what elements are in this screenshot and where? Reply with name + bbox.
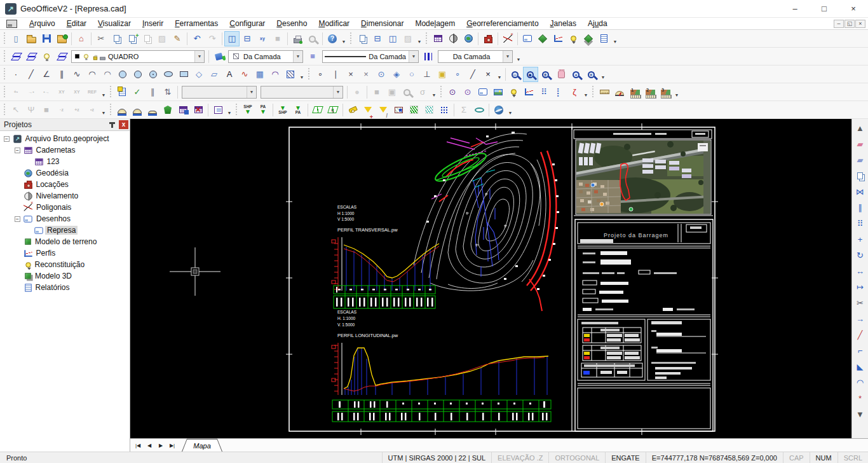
erase-all-button[interactable]: ▰ xyxy=(853,152,867,168)
coordinates-display[interactable]: E=744777,178 N=7687458,569 Z=0,000 xyxy=(646,452,783,463)
toolbar-grip[interactable] xyxy=(349,32,353,45)
table-export-button[interactable] xyxy=(175,102,191,118)
minimize-button[interactable]: – xyxy=(780,0,810,17)
z-points-button[interactable]: +z xyxy=(69,102,85,118)
z-dropdown[interactable]: ▼ xyxy=(100,102,107,118)
section-1-button[interactable]: 1 xyxy=(627,85,642,100)
view-split-horizontal-button[interactable]: ⊟ xyxy=(240,31,255,46)
line-tool[interactable]: ╱ xyxy=(24,67,39,82)
profile-transversal[interactable]: ESCALAS H 1:1000 V 1:5000 PERFIL TRANSVE… xyxy=(332,205,439,308)
window-cascade-button[interactable] xyxy=(355,31,370,46)
dtm-slope-button[interactable] xyxy=(145,102,160,118)
menu-modelagem[interactable]: Modelagem xyxy=(409,18,461,29)
modelo-3d-button[interactable] xyxy=(581,31,596,46)
snap-midpoint-button[interactable]: ∣ xyxy=(328,67,343,82)
protractor-button[interactable] xyxy=(612,85,627,100)
hatch-line-tool[interactable]: ▱ xyxy=(207,67,222,82)
window-tile-vertical-button[interactable]: ◫ xyxy=(385,31,400,46)
tree-item-relatorios[interactable]: Relatórios xyxy=(0,282,130,293)
region-button[interactable]: ■ xyxy=(369,85,384,100)
tree-item-geodesia[interactable]: Geodésia xyxy=(0,167,130,179)
layer-visibility-button[interactable] xyxy=(39,49,54,64)
home-button[interactable]: ⌂ xyxy=(74,31,89,46)
snap-insert-button[interactable]: ▣ xyxy=(435,67,450,82)
filter-add-button[interactable] xyxy=(360,102,376,118)
layer-manager-button[interactable] xyxy=(24,49,39,64)
menu-ajuda[interactable]: Ajuda xyxy=(582,18,613,29)
web-map-button[interactable] xyxy=(491,102,506,118)
tree-expand-toggle[interactable]: − xyxy=(15,148,20,153)
spline-tool[interactable]: ∿ xyxy=(69,67,85,82)
insert-point-button[interactable]: +▪ xyxy=(8,85,24,100)
points-view-dropdown[interactable]: ▼ xyxy=(582,85,590,100)
contour-label-button[interactable] xyxy=(471,102,487,118)
toolbar-grip[interactable] xyxy=(592,86,595,99)
print-button[interactable] xyxy=(290,31,305,46)
num-indicator[interactable]: NUM xyxy=(810,452,837,463)
import-shp-button[interactable]: SHP▼ xyxy=(240,102,255,118)
polyline-tool[interactable]: ∠ xyxy=(39,67,54,82)
scroll-indicator[interactable]: SCRL xyxy=(837,452,868,463)
snap-endpoint-button[interactable]: ∘ xyxy=(313,67,328,82)
points-column-button[interactable]: ⡇ xyxy=(552,85,567,100)
maximize-button[interactable]: □ xyxy=(810,0,839,17)
section-3-button[interactable]: 3 xyxy=(658,85,673,100)
fill-color-button[interactable] xyxy=(211,49,226,64)
arch-tool[interactable]: ◠ xyxy=(268,67,283,82)
table-tool[interactable]: ▦ xyxy=(252,67,268,82)
filter-edit-button[interactable] xyxy=(376,102,391,118)
label-tag-button[interactable] xyxy=(345,102,360,118)
tree-item-perfis[interactable]: Perfis xyxy=(0,247,130,259)
pan-button[interactable] xyxy=(553,67,569,82)
menu-modificar[interactable]: Modificar xyxy=(313,18,355,29)
stretch-button[interactable]: ↦ xyxy=(853,279,867,295)
elevation-toggle[interactable]: ELEVAÇÃO .Z xyxy=(491,452,548,463)
z-point-button[interactable]: ·z xyxy=(54,102,69,118)
snap-apparent-button[interactable]: × xyxy=(358,67,374,82)
snap-none-button[interactable]: × xyxy=(480,67,496,82)
color-combo[interactable]: Da Camada▼ xyxy=(228,50,303,63)
slope-half-button[interactable]: ½ xyxy=(325,102,341,118)
tree-expand-toggle[interactable]: − xyxy=(15,216,20,222)
zoom-extents-button[interactable]: ● xyxy=(523,67,538,82)
insert-xy-button[interactable]: XY xyxy=(54,85,69,100)
circle-3p-tool[interactable] xyxy=(146,67,161,82)
toolbar-grip[interactable] xyxy=(440,86,443,99)
help-dropdown[interactable]: ▼ xyxy=(340,31,348,46)
line-to-point-button[interactable]: ▪→ xyxy=(39,85,54,100)
panel-close-button[interactable]: x xyxy=(119,120,128,129)
scale-button[interactable]: ↔ xyxy=(853,263,867,279)
scroll-up-button[interactable]: ▲ xyxy=(853,120,867,136)
mirror-button[interactable]: ⋈ xyxy=(853,184,867,200)
dtm-edit-button[interactable] xyxy=(130,102,145,118)
linestyle-button[interactable]: ≡ xyxy=(305,49,320,64)
menu-inserir[interactable]: Inserir xyxy=(137,18,169,29)
geodesia-button[interactable] xyxy=(461,31,476,46)
perfis-button[interactable] xyxy=(550,31,566,46)
copy-button[interactable] xyxy=(109,31,124,46)
table-delete-button[interactable] xyxy=(191,102,206,118)
points-grid-button[interactable]: ⠿ xyxy=(536,85,552,100)
copy-object-button[interactable] xyxy=(853,168,867,184)
dtm-create-button[interactable] xyxy=(114,102,130,118)
snap-perpendicular-button[interactable]: ⊥ xyxy=(419,67,435,82)
toolbar-grip[interactable] xyxy=(308,68,311,81)
comment-button[interactable]: ● xyxy=(349,85,365,100)
points-cloud-button[interactable] xyxy=(437,102,452,118)
fillet-button[interactable]: ◠ xyxy=(853,375,867,390)
cut-button[interactable]: ✂ xyxy=(93,31,109,46)
desenhos-button[interactable] xyxy=(520,31,535,46)
first-tab-button[interactable]: |◀ xyxy=(132,439,144,452)
mdi-minimize-button[interactable]: – xyxy=(834,20,844,28)
nivelamento-tool-button[interactable] xyxy=(445,31,461,46)
next-tab-button[interactable]: ▶ xyxy=(155,439,166,452)
points-dropdown[interactable]: ▼ xyxy=(100,85,107,100)
region-2-button[interactable]: ▣ xyxy=(384,85,400,100)
toolbar-grip[interactable] xyxy=(425,32,428,45)
zoom-all-button[interactable]: + xyxy=(584,67,599,82)
reconstituicao-2-button[interactable] xyxy=(506,85,521,100)
draw-dropdown[interactable]: ▼ xyxy=(298,67,306,82)
layer-all-button[interactable] xyxy=(54,49,69,64)
open-file-button[interactable] xyxy=(24,31,39,46)
station-combo[interactable]: ▼ xyxy=(182,86,257,99)
